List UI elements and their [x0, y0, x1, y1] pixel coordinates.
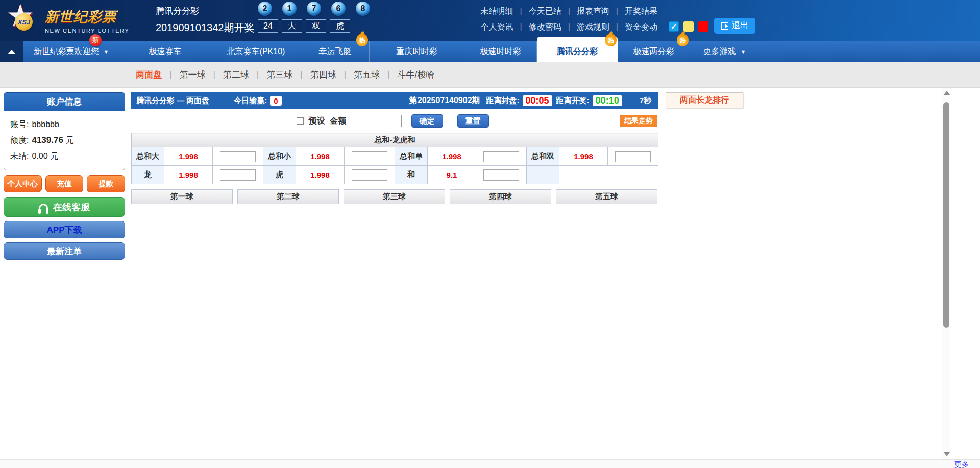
app-download-button[interactable]: APP下载 — [4, 221, 125, 238]
nav-tabs: 新世纪彩票欢迎您▼新极速赛车北京赛车(PK10)幸运飞艇热重庆时时彩极速时时彩腾… — [23, 41, 760, 62]
bet-amount-input[interactable] — [352, 151, 387, 162]
top-header: ★ XSJ 新世纪彩票 NEW CENTURY LOTTERY 腾讯分分彩 20… — [0, 0, 980, 41]
chevron-up-icon — [8, 50, 16, 54]
logo-subtitle: NEW CENTURY LOTTERY — [45, 28, 129, 34]
profit-label: 今日输赢: — [234, 96, 267, 106]
header-link[interactable]: 游戏规则 — [577, 22, 609, 31]
ball-column-header-row: 第三球 — [344, 190, 445, 204]
subnav-item[interactable]: 两面盘 — [136, 70, 162, 80]
vertical-scrollbar[interactable] — [942, 88, 950, 459]
bet-amount-input[interactable] — [220, 169, 256, 181]
nav-tab[interactable]: 幸运飞艇热 — [301, 41, 370, 62]
header-link[interactable]: 个人资讯 — [481, 22, 513, 31]
theme-swatches: ✓ — [669, 21, 708, 32]
account-field-value: bbbbbb — [32, 120, 59, 129]
header-link[interactable]: 未结明细 — [481, 7, 513, 15]
preset-checkbox[interactable] — [297, 117, 304, 125]
blue-theme-checkbox[interactable]: ✓ — [669, 21, 679, 32]
footer: 更多 — [0, 459, 980, 468]
header-link[interactable]: 修改密码 — [529, 22, 561, 31]
reset-button[interactable]: 重置 — [457, 114, 489, 128]
nav-tab-label: 幸运飞艇 — [319, 46, 352, 57]
account-actions: 个人中心充值提款 — [4, 175, 125, 192]
header-link[interactable]: 资金变动 — [625, 22, 657, 31]
two-side-dragon-rank-button[interactable]: 两面长龙排行 — [666, 92, 743, 108]
ball-column-title: 第三球 — [344, 190, 445, 204]
nav-tab-label: 重庆时时彩 — [397, 46, 437, 57]
bet-odds: 1.998 — [559, 147, 608, 166]
ball-column-title: 第二球 — [238, 190, 339, 204]
nav-tab-label: 极速时时彩 — [480, 46, 521, 57]
new-badge: 新 — [89, 34, 102, 46]
bet-input-cell — [213, 166, 263, 184]
personal-center-button[interactable]: 个人中心 — [4, 175, 42, 192]
header-link[interactable]: 报表查询 — [577, 7, 609, 15]
headset-icon — [39, 204, 48, 210]
nav-tab[interactable]: 腾讯分分彩热 — [537, 41, 618, 62]
bet-odds: 1.998 — [296, 166, 345, 184]
subnav-item[interactable]: 斗牛/梭哈 — [398, 70, 435, 80]
preset-label: 预设 — [309, 116, 325, 127]
period-label: 第202507140902期 — [409, 95, 480, 106]
bet-controls: 预设 金额 确定 重置 结果走势 — [131, 113, 658, 129]
nav-tab-label: 腾讯分分彩 — [557, 46, 598, 57]
draw-period-label: 201909101342期开奖 — [156, 21, 254, 35]
confirm-button[interactable]: 确定 — [411, 114, 443, 128]
result-tag: 虎 — [330, 19, 350, 33]
result-trend-button[interactable]: 结果走势 — [620, 115, 657, 127]
logout-label: 退出 — [732, 20, 748, 31]
nav-tab-label: 北京赛车(PK10) — [227, 46, 285, 57]
nav-collapse-button[interactable] — [0, 41, 23, 62]
account-field-label: 账号: — [10, 120, 29, 129]
bet-amount-input[interactable] — [483, 169, 519, 181]
latest-orders-button[interactable]: 最新注单 — [4, 242, 125, 260]
bet-odds: 1.998 — [428, 147, 476, 166]
draw-result: 21768 24大双虎 — [258, 2, 370, 33]
close-countdown-label: 距离封盘: — [486, 96, 520, 106]
bet-option-label: 总和大 — [132, 147, 164, 166]
nav-tab[interactable]: 更多游戏▼ — [690, 41, 760, 62]
subnav-item[interactable]: 第二球 — [223, 70, 249, 80]
separator: | — [616, 22, 618, 31]
separator: | — [568, 22, 570, 31]
nav-tab-label: 新世纪彩票欢迎您 — [34, 46, 99, 57]
ball-column-header-row: 第二球 — [238, 190, 339, 204]
ball-column-title: 第四球 — [450, 190, 551, 204]
account-field: 账号:bbbbbb — [10, 116, 118, 132]
main-navbar: 新世纪彩票欢迎您▼新极速赛车北京赛车(PK10)幸运飞艇热重庆时时彩极速时时彩腾… — [0, 41, 980, 62]
scroll-down-arrow-icon[interactable] — [944, 452, 950, 456]
subnav-item[interactable]: 第一球 — [179, 70, 205, 80]
red-theme-swatch[interactable] — [698, 21, 708, 32]
nav-tab[interactable]: 极速时时彩 — [464, 41, 537, 62]
subnav-item[interactable]: 第五球 — [354, 70, 380, 80]
nav-tab[interactable]: 北京赛车(PK10) — [211, 41, 301, 62]
nav-tab[interactable]: 极速赛车 — [119, 41, 211, 62]
subnav-item[interactable]: 第三球 — [266, 70, 292, 80]
header-link[interactable]: 开奖结果 — [625, 7, 657, 15]
separator: | — [568, 7, 570, 15]
deposit-button[interactable]: 充值 — [45, 175, 84, 192]
yellow-theme-swatch[interactable] — [683, 21, 694, 32]
ball-column-header-row: 第四球 — [450, 190, 551, 204]
online-service-button[interactable]: 在线客服 — [4, 197, 125, 217]
bet-odds: 1.998 — [164, 166, 213, 184]
subnav-item[interactable]: 第四球 — [310, 70, 336, 80]
amount-input[interactable] — [352, 115, 402, 127]
bet-amount-input[interactable] — [352, 169, 387, 181]
nav-tab[interactable]: 新世纪彩票欢迎您▼新 — [23, 41, 119, 62]
ball-column-table: 第一球 — [131, 189, 233, 204]
bet-amount-input[interactable] — [483, 151, 519, 162]
bet-amount-input[interactable] — [220, 151, 256, 162]
more-link[interactable]: 更多 — [954, 460, 969, 468]
logout-button[interactable]: 退出 — [714, 18, 755, 34]
scroll-up-arrow-icon[interactable] — [944, 91, 950, 95]
sum-table-title: 总和-龙虎和 — [132, 133, 658, 147]
nav-tab[interactable]: 重庆时时彩 — [370, 41, 464, 62]
withdraw-button[interactable]: 提款 — [87, 175, 125, 192]
nav-tab[interactable]: 极速两分彩热 — [618, 41, 690, 62]
header-link[interactable]: 今天已结 — [529, 7, 561, 15]
scrollbar-thumb[interactable] — [943, 102, 949, 328]
site-logo[interactable]: ★ XSJ 新世纪彩票 NEW CENTURY LOTTERY — [6, 3, 129, 38]
separator: | — [344, 70, 346, 80]
bet-amount-input[interactable] — [615, 151, 651, 162]
